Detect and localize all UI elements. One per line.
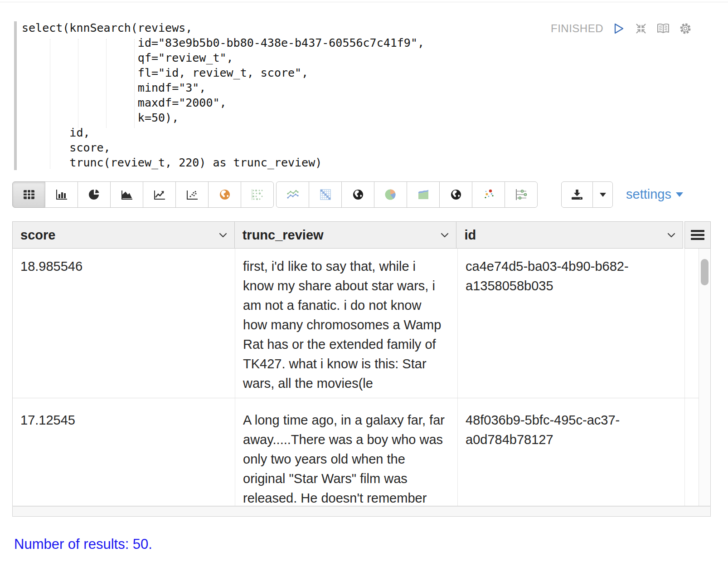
- settings-link[interactable]: settings: [626, 187, 683, 202]
- compress-icon: [635, 22, 647, 35]
- table-row: 18.985546 first, i'd like to say that, w…: [13, 249, 710, 398]
- gear-icon: [679, 22, 692, 35]
- pie-chart-icon: [88, 188, 101, 201]
- code-line: mindf="3",: [22, 80, 424, 95]
- scatter-color-icon: [482, 188, 495, 201]
- pie-chart-color-icon: [384, 188, 398, 201]
- caret-down-icon: [676, 192, 683, 197]
- dot-plot-icon: [514, 188, 528, 201]
- heatmap-icon: [319, 188, 332, 201]
- multi-line-chart-icon: [286, 189, 300, 200]
- paragraph-status-bar: FINISHED: [551, 22, 692, 35]
- chevron-down-icon[interactable]: [219, 233, 227, 238]
- viz-button-table[interactable]: [12, 181, 45, 208]
- viz-button-globe-1[interactable]: [341, 181, 374, 208]
- column-header-id[interactable]: id: [456, 221, 683, 249]
- column-label: score: [20, 228, 55, 243]
- hamburger-menu-icon: [690, 230, 705, 240]
- code-line: maxdf="2000",: [22, 95, 424, 110]
- table-chart-icon: [23, 189, 35, 200]
- viz-button-pie-color[interactable]: [374, 181, 407, 208]
- table-body: 18.985546 first, i'd like to say that, w…: [12, 249, 711, 506]
- settings-gear-button[interactable]: [679, 22, 692, 35]
- cell-trunc-review: A long time ago, in a galaxy far, far aw…: [235, 398, 458, 506]
- viz-button-area-chart[interactable]: [110, 181, 143, 208]
- code-line: score,: [22, 140, 424, 155]
- dot-matrix-icon: [251, 188, 264, 201]
- cell-id: 48f036b9-5bfc-495c-ac37-a0d784b78127: [458, 398, 685, 506]
- chevron-down-icon[interactable]: [441, 233, 449, 238]
- collapse-button[interactable]: [634, 22, 648, 35]
- viz-button-heatmap[interactable]: [309, 181, 342, 208]
- column-label: id: [464, 228, 476, 243]
- run-button[interactable]: [612, 22, 626, 35]
- code-line: fl="id, review_t, score",: [22, 65, 424, 80]
- viz-button-multi-line[interactable]: [276, 181, 309, 208]
- globe-dark-icon: [450, 188, 462, 201]
- column-header-score[interactable]: score: [12, 221, 235, 249]
- cell-id: ca4e74d5-ba03-4b90-b682-a1358058b035: [458, 249, 685, 398]
- cell-score: 18.985546: [13, 249, 235, 398]
- viz-button-area-color[interactable]: [407, 181, 440, 208]
- bar-chart-icon: [55, 189, 68, 200]
- scrollbar-thumb[interactable]: [701, 259, 709, 285]
- column-label: trunc_review: [243, 228, 324, 243]
- visualization-toolbar: [12, 181, 538, 208]
- scatter-chart-icon: [186, 189, 199, 200]
- vertical-scrollbar[interactable]: [699, 249, 710, 506]
- viz-button-bar-chart[interactable]: [45, 181, 78, 208]
- column-header-trunc-review[interactable]: trunc_review: [234, 221, 457, 249]
- play-icon: [613, 23, 625, 34]
- cell-trunc-review: first, i'd like to say that, while i kno…: [235, 249, 458, 398]
- code-line: id,: [22, 125, 424, 140]
- settings-label: settings: [626, 187, 671, 202]
- download-split-button: [561, 181, 613, 208]
- globe-orange-icon: [218, 188, 231, 201]
- download-options-button[interactable]: [592, 181, 613, 208]
- viz-button-map-orange[interactable]: [208, 181, 241, 208]
- viz-button-dot-plot[interactable]: [505, 181, 538, 208]
- globe-dark-icon: [352, 188, 364, 201]
- area-chart-color-icon: [417, 188, 430, 201]
- paragraph-top-border: [0, 2, 728, 2]
- code-line: trunc(review_t, 220) as trunc_review): [22, 155, 424, 170]
- table-menu-button[interactable]: [684, 221, 711, 249]
- viz-button-pie-chart[interactable]: [78, 181, 111, 208]
- cell-score: 17.12545: [13, 398, 235, 506]
- code-line: qf="review_t",: [22, 50, 424, 65]
- viz-button-dot-matrix[interactable]: [241, 181, 274, 208]
- editor-gutter: [14, 21, 17, 170]
- line-chart-icon: [153, 189, 166, 200]
- book-icon: [656, 22, 670, 35]
- download-icon: [571, 189, 583, 200]
- code-editor[interactable]: select(knnSearch(reviews, id="83e9b5b0-b…: [22, 20, 424, 170]
- caret-down-icon: [600, 193, 606, 197]
- show-editor-button[interactable]: [656, 22, 670, 35]
- viz-button-scatter-color[interactable]: [472, 181, 505, 208]
- chart-type-group-2: [276, 181, 538, 208]
- table-row: 17.12545 A long time ago, in a galaxy fa…: [13, 398, 710, 506]
- viz-button-line-chart[interactable]: [143, 181, 176, 208]
- horizontal-scrollbar[interactable]: [12, 506, 711, 517]
- table-header: score trunc_review id: [12, 221, 711, 249]
- status-badge: FINISHED: [551, 22, 603, 35]
- results-count-text: Number of results: 50.: [14, 536, 152, 552]
- download-button[interactable]: [561, 181, 593, 208]
- code-line: id="83e9b5b0-bb80-438e-b437-60556c7c41f9…: [22, 35, 424, 50]
- chart-type-group-1: [12, 181, 274, 208]
- code-line: select(knnSearch(reviews,: [22, 20, 424, 35]
- code-line: k=50),: [22, 110, 424, 125]
- viz-button-scatter-chart[interactable]: [175, 181, 209, 208]
- zeppelin-paragraph: select(knnSearch(reviews, id="83e9b5b0-b…: [0, 0, 728, 567]
- viz-button-globe-2[interactable]: [439, 181, 472, 208]
- chevron-down-icon[interactable]: [667, 233, 675, 238]
- area-chart-icon: [121, 189, 133, 200]
- result-table: score trunc_review id: [12, 221, 711, 517]
